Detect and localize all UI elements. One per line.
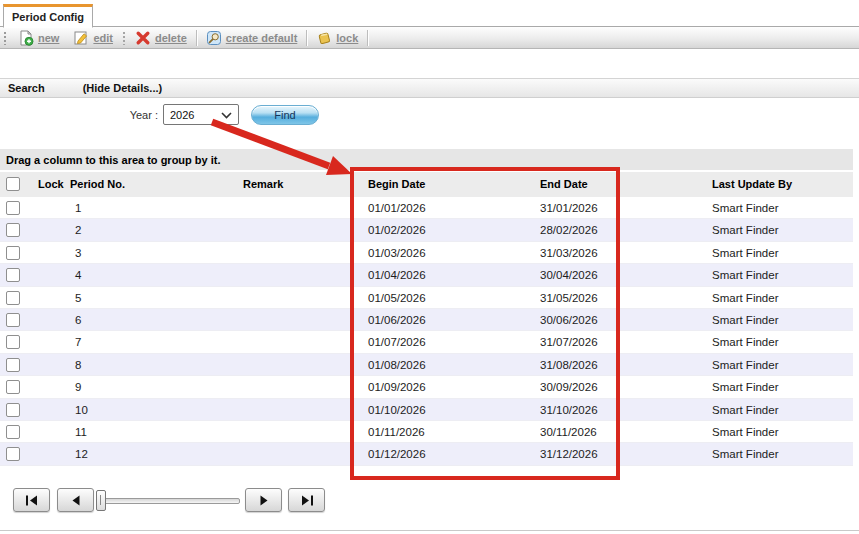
cell-period-no: 11 xyxy=(75,421,87,443)
delete-button[interactable]: delete xyxy=(128,28,194,48)
new-icon xyxy=(18,30,34,46)
row-checkbox[interactable] xyxy=(6,380,20,394)
table-row[interactable]: 7 01/07/2026 31/07/2026 Smart Finder xyxy=(0,331,853,353)
cell-last-update-by: Smart Finder xyxy=(712,197,778,219)
create-default-button-label: create default xyxy=(226,32,298,44)
row-checkbox[interactable] xyxy=(6,291,20,305)
row-checkbox[interactable] xyxy=(6,403,20,417)
previous-page-button[interactable] xyxy=(57,488,94,512)
find-button[interactable]: Find xyxy=(251,105,319,125)
table-header: Lock Period No. Remark Begin Date End Da… xyxy=(0,172,853,197)
delete-button-label: delete xyxy=(155,32,187,44)
toolbar-separator xyxy=(196,30,197,46)
cell-end-date: 31/10/2026 xyxy=(540,399,598,421)
table-row[interactable]: 2 01/02/2026 28/02/2026 Smart Finder xyxy=(0,219,853,241)
cell-begin-date: 01/01/2026 xyxy=(368,197,426,219)
new-button[interactable]: new xyxy=(11,28,66,48)
cell-end-date: 30/04/2026 xyxy=(540,264,598,286)
table-row[interactable]: 10 01/10/2026 31/10/2026 Smart Finder xyxy=(0,399,853,421)
select-all-checkbox[interactable] xyxy=(6,177,20,191)
first-page-button[interactable] xyxy=(13,488,50,512)
cell-end-date: 30/09/2026 xyxy=(540,376,598,398)
table-row[interactable]: 9 01/09/2026 30/09/2026 Smart Finder xyxy=(0,376,853,398)
cell-end-date: 31/05/2026 xyxy=(540,287,598,309)
lock-icon xyxy=(316,30,332,46)
group-by-drop-area[interactable]: Drag a column to this area to group by i… xyxy=(0,149,853,170)
cell-begin-date: 01/02/2026 xyxy=(368,219,426,241)
table-row[interactable]: 4 01/04/2026 30/04/2026 Smart Finder xyxy=(0,264,853,286)
cell-end-date: 31/12/2026 xyxy=(540,443,598,465)
cell-period-no: 3 xyxy=(75,242,81,264)
cell-end-date: 31/07/2026 xyxy=(540,331,598,353)
toolbar-separator xyxy=(306,30,307,46)
toolbar-separator xyxy=(122,31,126,45)
cell-begin-date: 01/11/2026 xyxy=(368,421,425,443)
cell-end-date: 30/06/2026 xyxy=(540,309,598,331)
column-header-last-update-by[interactable]: Last Update By xyxy=(712,172,792,197)
previous-page-icon xyxy=(71,495,81,506)
cell-begin-date: 01/12/2026 xyxy=(368,443,426,465)
cell-last-update-by: Smart Finder xyxy=(712,376,778,398)
cell-begin-date: 01/07/2026 xyxy=(368,331,426,353)
year-label: Year : xyxy=(116,109,158,121)
column-header-period-no[interactable]: Period No. xyxy=(70,172,125,197)
hide-details-toggle[interactable]: (Hide Details...) xyxy=(83,82,162,94)
row-checkbox[interactable] xyxy=(6,313,20,327)
table-row[interactable]: 1 01/01/2026 31/01/2026 Smart Finder xyxy=(0,197,853,219)
cell-period-no: 7 xyxy=(75,331,81,353)
row-checkbox[interactable] xyxy=(6,358,20,372)
row-checkbox[interactable] xyxy=(6,268,20,282)
create-default-icon xyxy=(206,30,222,46)
lock-button-label: lock xyxy=(336,32,358,44)
cell-period-no: 4 xyxy=(75,264,81,286)
cell-end-date: 31/08/2026 xyxy=(540,354,598,376)
edit-button[interactable]: edit xyxy=(66,28,120,48)
cell-period-no: 5 xyxy=(75,287,81,309)
year-select[interactable]: 2026 xyxy=(163,104,239,125)
row-checkbox[interactable] xyxy=(6,335,20,349)
page-slider-track[interactable] xyxy=(96,498,240,504)
tab-period-config[interactable]: Period Config xyxy=(3,4,93,28)
table-body: 1 01/01/2026 31/01/2026 Smart Finder 2 0… xyxy=(0,197,853,466)
column-header-begin-date[interactable]: Begin Date xyxy=(368,172,425,197)
create-default-button[interactable]: create default xyxy=(199,28,305,48)
column-header-end-date[interactable]: End Date xyxy=(540,172,588,197)
chevron-down-icon xyxy=(221,112,232,119)
row-checkbox[interactable] xyxy=(6,425,20,439)
row-checkbox[interactable] xyxy=(6,223,20,237)
toolbar-separator xyxy=(367,30,368,46)
lock-button[interactable]: lock xyxy=(309,28,365,48)
table-row[interactable]: 11 01/11/2026 30/11/2026 Smart Finder xyxy=(0,421,853,443)
next-page-button[interactable] xyxy=(245,488,282,512)
table-row[interactable]: 8 01/08/2026 31/08/2026 Smart Finder xyxy=(0,354,853,376)
cell-period-no: 6 xyxy=(75,309,81,331)
row-checkbox[interactable] xyxy=(6,447,20,461)
row-checkbox[interactable] xyxy=(6,246,20,260)
page-slider-thumb[interactable] xyxy=(96,490,106,511)
search-label: Search xyxy=(8,82,45,94)
delete-icon xyxy=(135,30,151,46)
row-checkbox[interactable] xyxy=(6,201,20,215)
table-row[interactable]: 12 01/12/2026 31/12/2026 Smart Finder xyxy=(0,443,853,465)
cell-period-no: 9 xyxy=(75,376,81,398)
cell-last-update-by: Smart Finder xyxy=(712,309,778,331)
cell-period-no: 12 xyxy=(75,443,88,465)
column-header-remark[interactable]: Remark xyxy=(243,172,283,197)
cell-end-date: 31/03/2026 xyxy=(540,242,598,264)
table-row[interactable]: 3 01/03/2026 31/03/2026 Smart Finder xyxy=(0,242,853,264)
table-row[interactable]: 5 01/05/2026 31/05/2026 Smart Finder xyxy=(0,287,853,309)
edit-button-label: edit xyxy=(93,32,113,44)
cell-last-update-by: Smart Finder xyxy=(712,421,778,443)
last-page-button[interactable] xyxy=(288,488,325,512)
cell-last-update-by: Smart Finder xyxy=(712,264,778,286)
column-header-lock[interactable]: Lock xyxy=(38,172,64,197)
period-config-page: Period Config new edit xyxy=(0,0,859,534)
cell-begin-date: 01/09/2026 xyxy=(368,376,426,398)
cell-begin-date: 01/06/2026 xyxy=(368,309,426,331)
cell-period-no: 1 xyxy=(75,197,81,219)
edit-icon xyxy=(73,30,89,46)
find-button-label: Find xyxy=(274,109,295,121)
toolbar-drag-handle-icon[interactable] xyxy=(3,31,7,45)
table-row[interactable]: 6 01/06/2026 30/06/2026 Smart Finder xyxy=(0,309,853,331)
cell-last-update-by: Smart Finder xyxy=(712,242,778,264)
